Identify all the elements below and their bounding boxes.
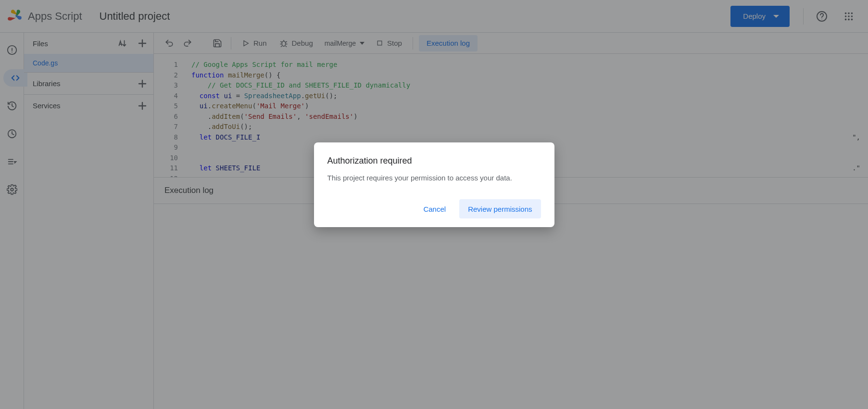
modal-scrim[interactable]: Authorization required This project requ… <box>0 0 868 409</box>
dialog-title: Authorization required <box>327 156 541 166</box>
review-permissions-button[interactable]: Review permissions <box>459 199 541 218</box>
dialog-body: This project requires your permission to… <box>327 174 541 182</box>
dialog-actions: Cancel Review permissions <box>327 199 541 218</box>
cancel-button[interactable]: Cancel <box>415 199 454 218</box>
authorization-dialog: Authorization required This project requ… <box>314 142 554 227</box>
